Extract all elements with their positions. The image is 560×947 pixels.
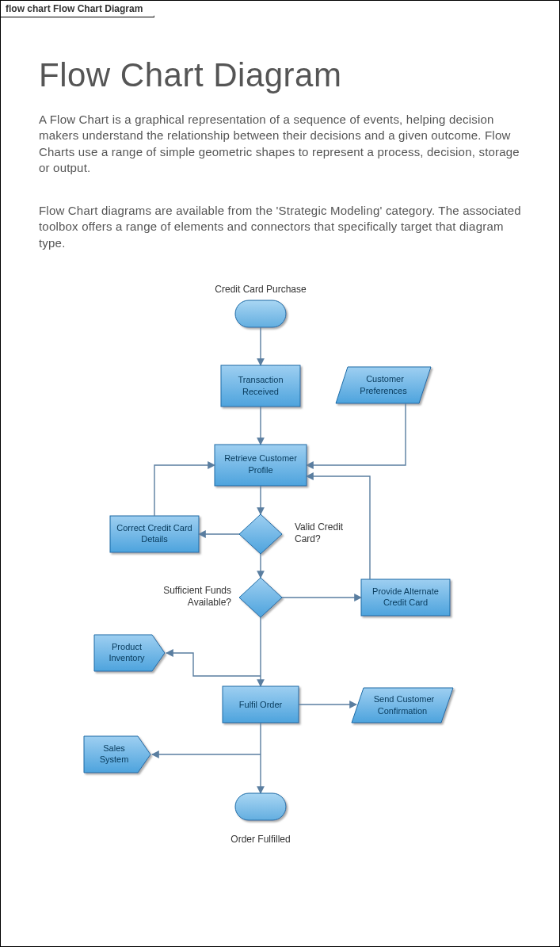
paragraph-2: Flow Chart diagrams are available from t…: [39, 203, 521, 251]
text-sendconf-l1: Send Customer: [373, 694, 434, 704]
text-correct-l1: Correct Credit Card: [116, 523, 192, 533]
tab-label: flow chart Flow Chart Diagram: [6, 3, 143, 14]
text-retrieve-l2: Profile: [248, 465, 272, 475]
label-end: Order Fulfilled: [230, 834, 290, 845]
node-transaction-received: [221, 365, 300, 407]
label-funds-l1: Sufficient Funds: [163, 585, 231, 596]
edge-custpref-retrieve: [307, 403, 406, 465]
window-tab: flow chart Flow Chart Diagram: [0, 0, 154, 17]
terminator-start: [235, 300, 286, 327]
node-customer-preferences: [336, 367, 431, 403]
text-custpref-l2: Preferences: [360, 386, 407, 395]
text-fulfil: Fulfil Order: [238, 700, 282, 709]
text-inventory-l2: Inventory: [109, 653, 145, 663]
paragraph-1: A Flow Chart is a graphical representati…: [39, 112, 521, 176]
label-start: Credit Card Purchase: [215, 284, 307, 295]
text-custpref-l1: Customer: [366, 374, 404, 384]
text-sales-l2: System: [99, 754, 128, 764]
label-funds-l2: Available?: [187, 597, 230, 608]
content-area: Flow Chart Diagram A Flow Chart is a gra…: [1, 1, 559, 880]
page-title: Flow Chart Diagram: [39, 56, 521, 94]
text-correct-l2: Details: [141, 534, 168, 544]
edge-correctdetails-retrieve: [154, 465, 215, 516]
decision-sufficient-funds: [239, 578, 282, 617]
text-transaction-l2: Received: [242, 387, 279, 396]
node-send-confirmation: [352, 688, 453, 723]
label-validcard-l1: Valid Credit: [295, 521, 344, 533]
page-frame: flow chart Flow Chart Diagram Flow Chart…: [0, 0, 560, 947]
decision-valid-card: [239, 514, 282, 554]
text-sales-l1: Sales: [103, 743, 125, 753]
terminator-end: [235, 793, 286, 820]
edge-fulfil-inventory: [166, 653, 261, 676]
text-retrieve-l1: Retrieve Customer: [224, 453, 297, 463]
text-inventory-l1: Product: [112, 642, 142, 651]
text-altcard-l1: Provide Alternate: [372, 586, 439, 596]
text-altcard-l2: Credit Card: [383, 598, 427, 607]
flowchart-svg: .edge { stroke:#5a7ea0; stroke-width:1.4…: [59, 278, 502, 880]
text-sendconf-l2: Confirmation: [377, 706, 426, 716]
label-validcard-l2: Card?: [295, 533, 321, 544]
text-transaction-l1: Transaction: [238, 375, 283, 384]
